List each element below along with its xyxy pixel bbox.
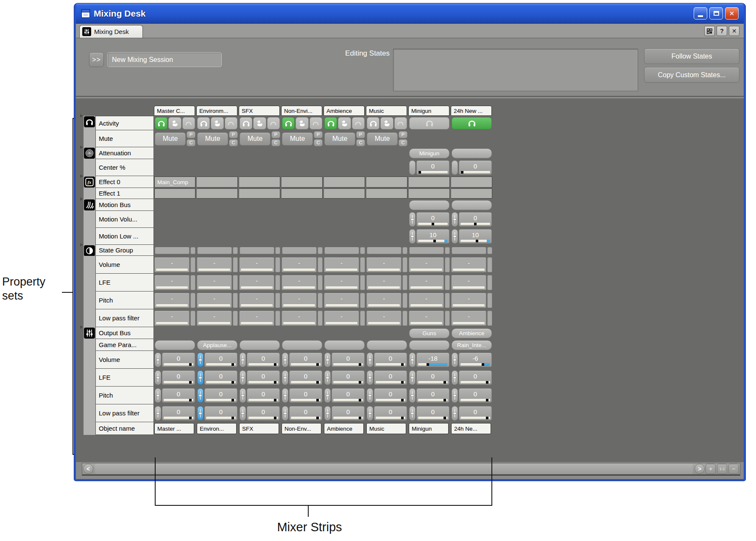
motion_volume-slider[interactable]: 0 — [409, 212, 449, 227]
c-button[interactable]: C — [399, 139, 407, 146]
monitor-headphones-button[interactable] — [409, 117, 449, 129]
slider-groove[interactable] — [410, 304, 442, 307]
output_bus-selector-button[interactable]: Guns — [409, 328, 449, 338]
state-side-button[interactable] — [360, 257, 365, 272]
state_lfe-value[interactable]: - — [239, 275, 274, 290]
row-label-bus_lfe[interactable]: LFE — [95, 369, 154, 387]
bus_lpf-value[interactable]: 0 — [332, 406, 365, 420]
fader-handle-icon[interactable] — [240, 370, 246, 385]
state_lfe-value[interactable]: - — [154, 275, 190, 290]
slider-groove[interactable] — [283, 269, 315, 271]
state-side-button[interactable] — [233, 275, 238, 290]
state-side-button[interactable] — [445, 257, 450, 272]
tab-mixing-desk[interactable]: Mixing Desk — [79, 25, 143, 38]
row-label-state_pitch[interactable]: Pitch — [95, 292, 154, 309]
scroll-left-button[interactable]: < — [83, 464, 93, 474]
fader-handle-icon[interactable] — [240, 388, 246, 403]
fader-handle-icon[interactable] — [197, 388, 204, 403]
fader-handle-icon[interactable] — [409, 370, 416, 385]
state_lpf-value[interactable]: - — [282, 311, 317, 326]
effect-slot[interactable] — [451, 177, 492, 188]
fader-handle-icon[interactable] — [282, 388, 288, 403]
bus_pitch-value[interactable]: 0 — [374, 388, 407, 403]
bus_lpf-value[interactable]: 0 — [289, 406, 322, 420]
column-header[interactable]: Minigun — [408, 106, 449, 116]
monitor-headphones-button[interactable] — [452, 117, 492, 129]
monitor-headphones-button[interactable] — [324, 117, 337, 129]
row-label-state_volume[interactable]: Volume — [95, 256, 154, 274]
slider-groove[interactable] — [283, 322, 315, 325]
bus_pitch-value[interactable]: 0 — [332, 388, 365, 403]
bus_lpf-slider[interactable]: 0 — [282, 406, 322, 420]
bus_lpf-slider[interactable]: 0 — [367, 406, 407, 420]
slider-groove[interactable] — [376, 417, 405, 419]
bus_volume-value[interactable]: 0 — [162, 353, 195, 367]
slider-groove[interactable] — [333, 381, 363, 384]
state-side-button[interactable] — [487, 311, 492, 326]
horizontal-scrollbar[interactable]: < > + 1:1 − — [82, 463, 740, 476]
state_lfe-value[interactable]: - — [451, 275, 486, 290]
state_lfe-value[interactable]: - — [324, 275, 359, 290]
state-side-button[interactable] — [360, 275, 365, 290]
row-label-effect1[interactable]: Effect 1 — [95, 188, 154, 199]
slider-groove[interactable] — [206, 417, 236, 419]
object-name-cell[interactable]: Master ... — [154, 423, 194, 434]
slider-groove[interactable] — [333, 399, 363, 401]
bus_volume-slider[interactable]: 0 — [282, 353, 322, 367]
fader-handle-icon[interactable] — [324, 406, 331, 420]
monitor-headphones-button[interactable] — [367, 117, 379, 129]
slider-groove[interactable] — [291, 399, 321, 401]
layout-button[interactable] — [704, 26, 715, 36]
fader-handle-icon[interactable] — [367, 388, 373, 403]
bus_pitch-slider[interactable]: 0 — [282, 388, 322, 403]
slider-groove[interactable] — [283, 304, 315, 307]
state_volume-value[interactable]: - — [366, 257, 402, 272]
monitor-headphones-button[interactable] — [282, 117, 295, 129]
fader-handle-icon[interactable] — [197, 370, 204, 385]
mute-button[interactable]: Mute — [155, 132, 186, 146]
effect-slot[interactable] — [366, 177, 407, 188]
row-label-state_group[interactable]: State Group — [95, 245, 154, 256]
effect-slot[interactable] — [324, 188, 365, 199]
bus_volume-value[interactable]: 0 — [247, 353, 280, 367]
bus_lpf-slider[interactable]: 0 — [324, 406, 365, 420]
slider-groove[interactable] — [156, 304, 188, 307]
state-group-side-button[interactable] — [190, 247, 195, 254]
slider-groove[interactable] — [418, 381, 448, 384]
slider-groove[interactable] — [206, 381, 236, 384]
state-group-side-button[interactable] — [445, 247, 450, 254]
state-side-button[interactable] — [318, 311, 323, 326]
slider-groove[interactable] — [453, 286, 485, 289]
row-label-effect0[interactable]: Effect 0 — [95, 176, 154, 188]
zoom-in-button[interactable]: + — [706, 464, 716, 474]
row-label-motion_low[interactable]: Motion Low ... — [95, 228, 154, 245]
monitor-headphones-button[interactable] — [197, 117, 210, 129]
state_volume-value[interactable]: - — [282, 257, 317, 272]
effect-slot[interactable] — [409, 188, 450, 199]
state-side-button[interactable] — [233, 293, 238, 308]
effect-slot[interactable] — [451, 188, 492, 199]
slider-groove[interactable] — [418, 417, 448, 419]
bus_pitch-value[interactable]: 0 — [247, 388, 280, 403]
row-label-motion_volume[interactable]: Motion Volu... — [95, 211, 154, 228]
slider-groove[interactable] — [460, 171, 490, 174]
state_pitch-value[interactable]: - — [324, 293, 359, 308]
fader-handle-icon[interactable] — [282, 406, 288, 420]
slider-groove[interactable] — [248, 399, 278, 401]
state-group-selector[interactable] — [409, 247, 444, 254]
slider-groove[interactable] — [376, 363, 405, 366]
state_pitch-value[interactable]: - — [366, 293, 402, 308]
state-group-selector[interactable] — [240, 247, 274, 254]
bus_lfe-value[interactable]: 0 — [374, 370, 407, 385]
slider-groove[interactable] — [206, 399, 236, 401]
row-label-state_lfe[interactable]: LFE — [95, 274, 154, 292]
fader-handle-icon[interactable] — [452, 370, 458, 385]
bus_lfe-slider[interactable]: 0 — [240, 370, 280, 385]
fader-handle-icon[interactable] — [197, 353, 204, 367]
bus_lpf-value[interactable]: 0 — [374, 406, 407, 420]
state-side-button[interactable] — [233, 257, 238, 272]
slider-groove[interactable] — [460, 240, 490, 242]
effect-slot[interactable] — [239, 177, 280, 188]
motion_volume-slider[interactable]: 0 — [452, 212, 492, 227]
slider-groove[interactable] — [156, 269, 188, 271]
